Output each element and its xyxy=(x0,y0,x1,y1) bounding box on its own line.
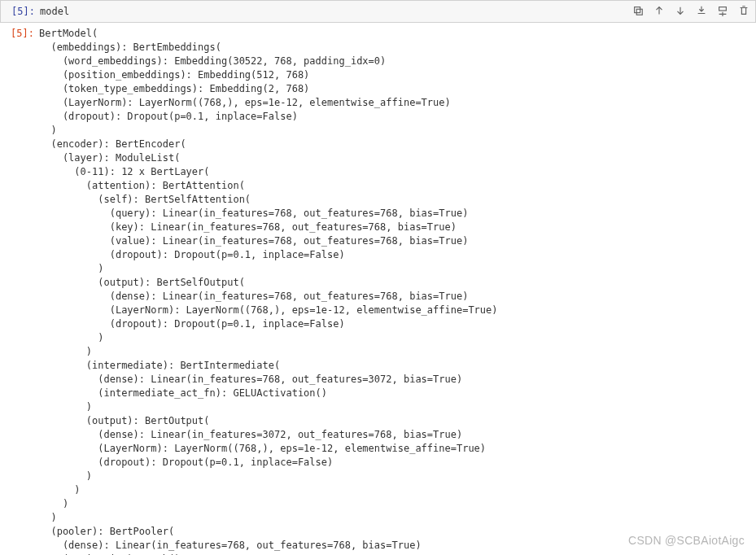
svg-rect-1 xyxy=(636,9,642,15)
arrow-up-icon[interactable] xyxy=(653,4,666,17)
duplicate-icon[interactable] xyxy=(631,4,645,17)
notebook-cell: [5]: model [5]: BertModel( (em xyxy=(0,0,756,555)
trash-icon[interactable] xyxy=(737,4,750,17)
svg-rect-2 xyxy=(719,7,727,11)
download-icon[interactable] xyxy=(695,4,708,17)
input-prompt: [5]: xyxy=(1,4,40,17)
svg-rect-0 xyxy=(635,7,640,13)
cell-toolbar xyxy=(631,4,750,17)
arrow-down-icon[interactable] xyxy=(674,4,687,17)
output-text: BertModel( (embeddings): BertEmbeddings(… xyxy=(39,26,756,555)
output-prompt: [5]: xyxy=(0,26,39,39)
cell-output-row: [5]: BertModel( (embeddings): BertEmbedd… xyxy=(0,23,756,555)
insert-below-icon[interactable] xyxy=(716,4,729,17)
cell-input-row[interactable]: [5]: model xyxy=(0,0,756,23)
